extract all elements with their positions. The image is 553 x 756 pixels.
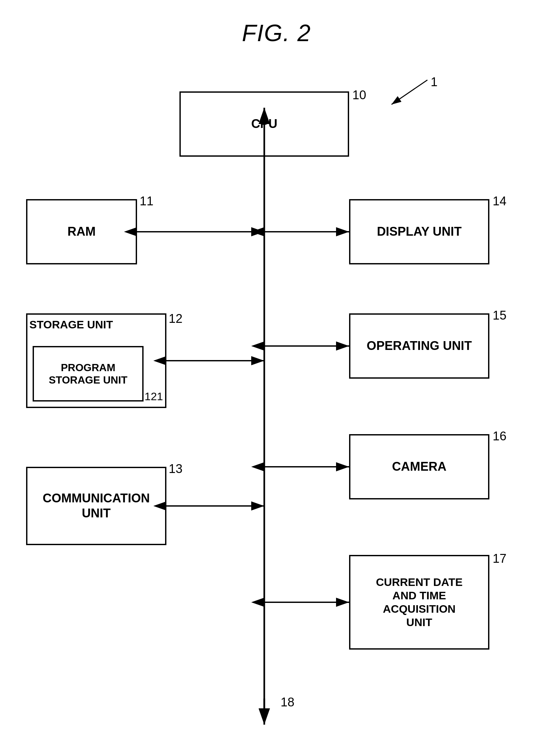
ref-1: 1 [431,75,438,89]
ram-ref: 11 [140,194,153,208]
camera-box: CAMERA [349,434,489,499]
communication-ref: 13 [169,462,182,476]
cpu-ref: 10 [352,88,366,102]
storage-ref: 12 [169,312,182,326]
display-box: DISPLAY UNIT [349,199,489,264]
communication-box: COMMUNICATION UNIT [26,467,166,545]
storage-label: STORAGE UNIT [29,318,113,331]
diagram: FIG. 2 1 CPU 10 RAM 11 DISPLAY UNIT 14 S… [0,0,553,756]
svg-line-3 [392,80,427,105]
operating-box: OPERATING UNIT [349,314,489,379]
datetime-ref: 17 [493,552,506,566]
operating-ref: 15 [493,308,506,323]
datetime-box: CURRENT DATE AND TIME ACQUISITION UNIT [349,555,489,649]
bus-bottom-ref: 18 [281,695,294,709]
camera-ref: 16 [493,429,506,443]
ram-box: RAM [26,199,137,264]
display-ref: 14 [493,194,506,208]
program-storage-ref: 121 [145,390,163,403]
figure-title: FIG. 2 [242,19,311,46]
cpu-box: CPU [179,91,349,157]
program-storage-box: PROGRAM STORAGE UNIT [32,346,144,402]
